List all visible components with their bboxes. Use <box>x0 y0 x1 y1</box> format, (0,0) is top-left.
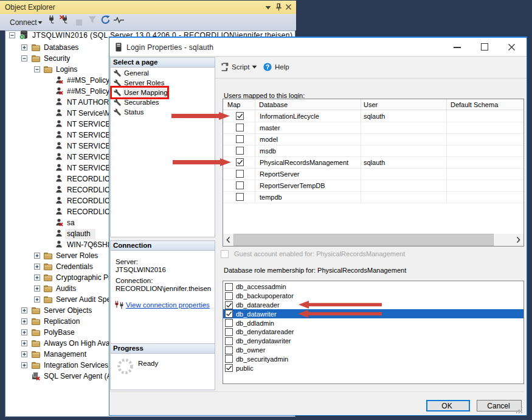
svg-text:?: ? <box>266 63 269 71</box>
